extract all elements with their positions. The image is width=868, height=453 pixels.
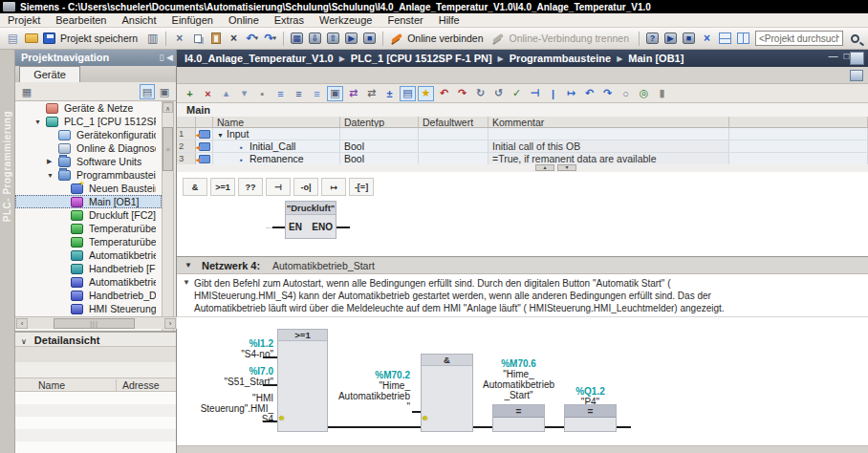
start-cpu-icon[interactable]: ▶ (343, 31, 359, 47)
or-input2-label[interactable]: %I7.0 "S51_Start" (177, 366, 273, 387)
download-to-device-icon[interactable]: ⇩ (307, 31, 323, 47)
col-header-kommentar[interactable]: Kommentar (488, 117, 729, 127)
tree-item[interactable]: ▶ Software Units (15, 155, 162, 168)
print-icon[interactable]: ▥ (144, 31, 161, 47)
search-project-icon[interactable] (847, 31, 863, 47)
cross-references-icon[interactable]: × (699, 31, 715, 47)
save-project-icon[interactable] (41, 31, 57, 47)
minimize-editor-icon[interactable]: — (829, 51, 838, 61)
detail-view-header[interactable]: ∨Detailansicht (15, 331, 176, 347)
write-protection-icon[interactable]: ▮ (654, 86, 670, 101)
menu-item[interactable]: Fenster (380, 14, 430, 26)
delete-icon[interactable]: × (226, 31, 242, 47)
restore-editor-icon[interactable]: □ (844, 51, 850, 61)
expand-networks-icon[interactable]: ≡ (272, 86, 289, 101)
redo-icon[interactable]: ↷▾ (262, 31, 278, 47)
and-input-label[interactable]: %M70.2 "Hime_ Automatikbetrieb " (320, 370, 410, 412)
go-offline-icon[interactable] (490, 31, 507, 47)
instruction-button[interactable]: ⊣ (266, 178, 291, 196)
project-search-input[interactable] (755, 31, 843, 46)
table-row[interactable]: 2 ▪Initial_Call Bool Initial call of thi… (177, 140, 868, 153)
favorites-icon[interactable]: ★ (418, 86, 434, 101)
tree-item[interactable]: Geräte & Netze (15, 101, 162, 115)
expand-table-icon[interactable]: ▾ (557, 164, 576, 171)
menu-item[interactable]: Ansicht (114, 14, 163, 26)
comment-cell[interactable]: Initial call of this OB (488, 140, 729, 152)
tree-item[interactable]: Gerätekonfiguration (15, 128, 162, 141)
variable-name-cell[interactable]: ▪Remanence (213, 153, 340, 164)
instruction-button[interactable]: -o| (293, 178, 318, 196)
go-offline-label[interactable]: Online-Verbindung trennen (510, 32, 630, 44)
breadcrumb-project[interactable]: I4.0_Anlage_Temperatur_V1.0 (184, 53, 334, 64)
tree-horizontal-scrollbar[interactable]: ‹ ||| › (15, 316, 177, 329)
defaultvalue-cell[interactable] (419, 128, 488, 140)
network-comments-icon[interactable]: ▣ (327, 86, 343, 101)
start-simulation-icon[interactable]: ▶ (662, 31, 679, 47)
compact-view-icon[interactable]: ≡ (309, 86, 325, 101)
stop-simulation-icon[interactable]: ■ (681, 31, 697, 47)
open-project-icon[interactable] (23, 31, 39, 47)
or-input1-label[interactable]: %I1.2 "S4-no" (177, 338, 273, 359)
insert-row-before-icon[interactable]: ▴ (218, 86, 234, 101)
editor-toolbar-overflow-icon[interactable] (850, 52, 864, 65)
rewire-icon[interactable]: ↺ (490, 86, 507, 101)
defaultvalue-cell[interactable] (419, 153, 488, 164)
instruction-button[interactable]: -[=] (349, 178, 374, 196)
breadcrumb-blocks-folder[interactable]: Programmbausteine (510, 53, 611, 64)
copy-icon[interactable] (189, 31, 206, 47)
update-block-calls-icon[interactable]: ↻ (472, 86, 488, 101)
detail-col-adresse[interactable]: Adresse (122, 379, 160, 391)
network4-header[interactable]: ▼ Netzwerk 4: Automatikbetrieb_Start (177, 257, 868, 274)
jump-backward-icon[interactable]: ↶ (581, 86, 597, 101)
upload-from-device-icon[interactable]: ⇧ (325, 31, 341, 47)
scroll-up-icon[interactable]: ∧ (163, 102, 173, 113)
tree-item[interactable]: Temperaturüberw... (15, 235, 162, 248)
call-eno-pin[interactable]: ENO (312, 222, 333, 232)
split-editor-horizontal-icon[interactable] (717, 31, 733, 47)
go-online-icon[interactable] (388, 31, 404, 47)
col-header-name[interactable]: Name (213, 117, 340, 127)
compile-icon[interactable]: ▦ (289, 31, 305, 47)
tree-item[interactable]: Handbetrieb [FB5] (15, 262, 162, 275)
col-header-defaultwert[interactable]: Defaultwert (419, 117, 488, 127)
tree-item[interactable]: HMI Steuerung [D... (15, 302, 162, 315)
assign-coil-2[interactable]: = (564, 404, 617, 432)
menu-item[interactable]: Projekt (0, 14, 48, 26)
insert-row-after-icon[interactable]: ▾ (236, 86, 252, 101)
tree-item[interactable]: ▼ PLC_1 [CPU 1512SP F-1 ... (15, 115, 162, 128)
go-to-previous-error-icon[interactable]: ↶ (436, 86, 452, 101)
paste-operand-icon[interactable]: ▪ (254, 86, 271, 101)
consistency-check-icon[interactable]: ✓ (509, 86, 525, 101)
menu-item[interactable]: Bearbeiten (48, 14, 114, 26)
column-view-icon[interactable]: ▤ (140, 84, 155, 99)
scroll-left-icon[interactable]: ‹ (16, 318, 28, 329)
new-project-icon[interactable]: ▤ (5, 31, 21, 47)
tree-item[interactable]: Main [OB1] (15, 195, 162, 208)
tree-expander-icon[interactable]: ▶ (47, 158, 58, 165)
or-input3-label[interactable]: "HMI Steuerung".HMI_ S4 (177, 393, 273, 424)
call-en-pin[interactable]: EN (289, 222, 302, 232)
undo-icon[interactable]: ↶▾ (244, 31, 260, 47)
operand-format-icon[interactable]: ± (381, 86, 398, 101)
instruction-button[interactable]: >=1 (210, 178, 235, 196)
monitoring-icon[interactable]: ○ (618, 86, 634, 101)
instruction-button[interactable]: ?? (238, 178, 263, 196)
tree-item[interactable]: Handbetrieb_DB [... (15, 289, 162, 302)
breadcrumb-main-ob1[interactable]: Main [OB1] (628, 53, 684, 64)
menu-item[interactable]: Werkzeuge (312, 14, 380, 26)
tree-expander-icon[interactable]: ▼ (34, 119, 46, 125)
col-header-datentyp[interactable]: Datentyp (340, 117, 419, 127)
insert-coil-icon[interactable]: | (545, 86, 561, 101)
collapse-panel-icon[interactable]: ◀ (166, 53, 173, 62)
datatype-cell[interactable]: Bool (340, 153, 419, 164)
variable-name-cell[interactable]: ▼Input (213, 128, 340, 140)
ladder-elements-icon[interactable]: ⇄ (363, 86, 380, 101)
collapse-detail-icon[interactable]: ∨ (21, 337, 27, 346)
instruction-button[interactable]: ↦ (321, 178, 346, 196)
collapse-comment-icon[interactable]: ▼ (183, 278, 190, 287)
comment-cell[interactable]: =True, if remanent data are available (488, 153, 729, 164)
datatype-cell[interactable]: Bool (340, 140, 419, 152)
menu-item[interactable]: Extras (267, 14, 312, 26)
tab-geraete[interactable]: Geräte (19, 66, 80, 82)
variable-name-cell[interactable]: ▪Initial_Call (213, 140, 340, 152)
